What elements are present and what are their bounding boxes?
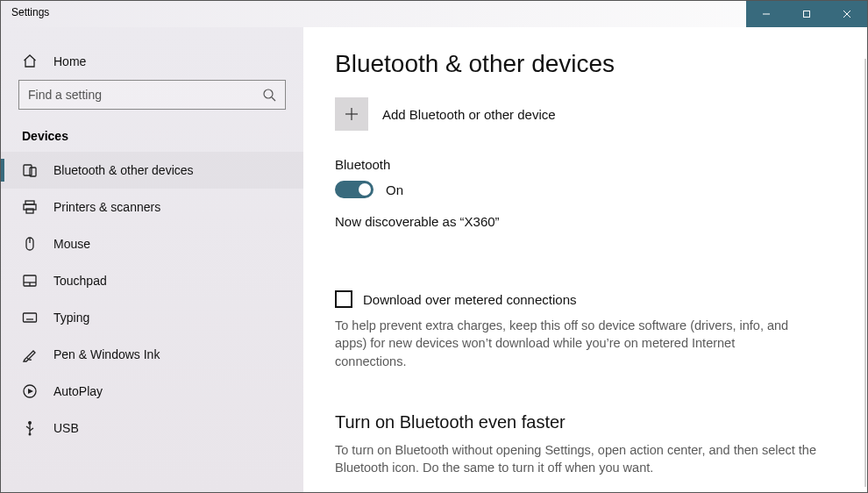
metered-checkbox[interactable] xyxy=(335,290,352,308)
sidebar-item-label: Printers & scanners xyxy=(53,200,160,214)
search-input[interactable] xyxy=(28,88,262,102)
sidebar-item-label: USB xyxy=(53,421,79,435)
pen-icon xyxy=(22,347,38,362)
toggle-knob xyxy=(359,183,371,196)
search-box[interactable] xyxy=(18,80,286,110)
window-body: Home Devices Bluetooth & other devices xyxy=(1,27,867,492)
search-wrap xyxy=(1,80,303,122)
touchpad-icon xyxy=(22,273,38,289)
bluetooth-toggle[interactable] xyxy=(335,181,374,198)
sidebar-item-touchpad[interactable]: Touchpad xyxy=(1,262,303,299)
window-title: Settings xyxy=(1,1,60,27)
close-icon xyxy=(843,10,851,18)
sidebar-item-label: Bluetooth & other devices xyxy=(53,163,194,177)
sidebar: Home Devices Bluetooth & other devices xyxy=(1,27,303,492)
maximize-button[interactable] xyxy=(786,1,827,27)
plus-tile xyxy=(335,97,368,131)
sidebar-item-label: AutoPlay xyxy=(53,384,103,398)
page-title: Bluetooth & other devices xyxy=(335,50,832,78)
home-icon xyxy=(22,54,38,69)
sidebar-item-label: Pen & Windows Ink xyxy=(53,347,160,361)
settings-window: Settings Home xyxy=(0,0,868,493)
sidebar-item-label: Mouse xyxy=(53,237,90,251)
svg-line-5 xyxy=(272,97,275,101)
metered-checkbox-row: Download over metered connections xyxy=(335,290,832,308)
keyboard-icon xyxy=(22,310,38,325)
sidebar-item-usb[interactable]: USB xyxy=(1,410,303,447)
home-nav[interactable]: Home xyxy=(1,43,303,80)
svg-point-4 xyxy=(264,89,273,98)
svg-marker-23 xyxy=(28,389,33,394)
add-device-button[interactable]: Add Bluetooth or other device xyxy=(335,97,832,131)
bluetooth-toggle-row: On xyxy=(335,181,832,198)
sidebar-item-mouse[interactable]: Mouse xyxy=(1,225,303,262)
sidebar-item-typing[interactable]: Typing xyxy=(1,299,303,336)
autoplay-icon xyxy=(22,383,38,399)
titlebar: Settings xyxy=(1,1,867,27)
close-button[interactable] xyxy=(827,1,867,27)
svg-point-26 xyxy=(29,433,32,436)
metered-checkbox-label: Download over metered connections xyxy=(363,292,576,307)
content-area[interactable]: Bluetooth & other devices Add Bluetooth … xyxy=(303,27,867,492)
svg-point-25 xyxy=(29,422,32,425)
sidebar-item-pen[interactable]: Pen & Windows Ink xyxy=(1,336,303,373)
sidebar-section-title: Devices xyxy=(1,122,303,152)
tip-title: Turn on Bluetooth even faster xyxy=(335,412,832,432)
home-label: Home xyxy=(53,54,86,68)
usb-icon xyxy=(22,420,38,436)
minimize-icon xyxy=(762,10,771,18)
metered-help-text: To help prevent extra charges, keep this… xyxy=(335,317,808,370)
search-icon xyxy=(262,88,276,102)
scrollbar[interactable] xyxy=(864,59,866,487)
add-device-label: Add Bluetooth or other device xyxy=(382,107,556,122)
sidebar-item-label: Typing xyxy=(53,311,89,325)
plus-icon xyxy=(345,107,359,121)
sidebar-item-label: Touchpad xyxy=(53,274,107,288)
tip-body: To turn on Bluetooth without opening Set… xyxy=(335,441,832,477)
sidebar-item-bluetooth[interactable]: Bluetooth & other devices xyxy=(1,152,303,189)
window-controls xyxy=(746,1,867,27)
bluetooth-devices-icon xyxy=(22,162,38,178)
sidebar-item-autoplay[interactable]: AutoPlay xyxy=(1,373,303,410)
printer-icon xyxy=(22,199,38,215)
svg-rect-6 xyxy=(24,165,32,175)
maximize-icon xyxy=(802,10,811,18)
minimize-button[interactable] xyxy=(746,1,786,27)
sidebar-item-printers[interactable]: Printers & scanners xyxy=(1,189,303,225)
discoverable-status: Now discoverable as “X360” xyxy=(335,214,832,229)
svg-rect-1 xyxy=(804,11,810,18)
svg-rect-16 xyxy=(24,313,37,322)
bluetooth-toggle-state: On xyxy=(386,182,403,197)
bluetooth-label: Bluetooth xyxy=(335,157,832,172)
mouse-icon xyxy=(22,236,38,252)
